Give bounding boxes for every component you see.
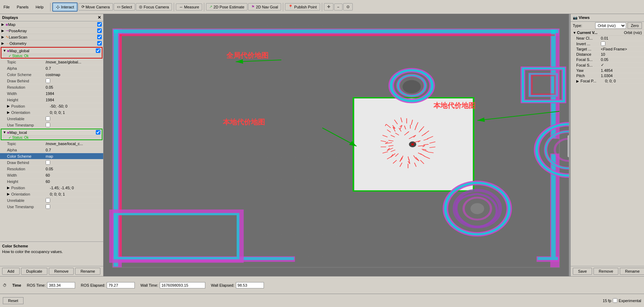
drawbehind-checkbox[interactable]: [46, 79, 50, 83]
view-prop-focal-s2[interactable]: Focal S... ✓: [571, 62, 644, 68]
select-button[interactable]: ▭ Select: [114, 3, 135, 11]
views-type-select[interactable]: Orbit (rviz): [595, 22, 626, 29]
prop-row-drawbehind-global[interactable]: Draw Behind: [0, 78, 103, 84]
map-checkbox[interactable]: [97, 22, 102, 27]
views-rename-button[interactable]: Rename: [620, 268, 644, 275]
ros-elapsed-input[interactable]: [107, 282, 135, 288]
view-prop-focal-p[interactable]: ▶ Focal P... 0; 0; 0: [571, 79, 644, 84]
odometry-expand-arrow[interactable]: ▶: [1, 41, 6, 45]
prop-row-unreliable-global[interactable]: Unreliable: [0, 116, 103, 122]
pose-estimate-button[interactable]: ↗ 2D Pose Estimate: [206, 3, 247, 11]
interact-button[interactable]: ⊹ Interact: [52, 2, 78, 12]
display-item-laserscan[interactable]: ▶ ∿ LaserScan: [0, 34, 103, 40]
invert-checkbox[interactable]: [601, 41, 605, 46]
display-item-odometry[interactable]: ▶ → Odometry: [0, 40, 103, 47]
display-item-posearray[interactable]: ▶ ⊸ PoseArray: [0, 28, 103, 34]
map-global-expand-arrow[interactable]: ▼: [3, 49, 7, 53]
drawbehind-local-checkbox[interactable]: [46, 160, 50, 165]
prop-row-unreliable-local[interactable]: Unreliable: [0, 197, 103, 204]
minus-button[interactable]: −: [334, 4, 343, 11]
usetimestamp-local-checkbox[interactable]: [46, 204, 50, 209]
posearray-expand-arrow[interactable]: ▶: [1, 29, 6, 33]
display-item-map-global[interactable]: ▼ ■ Map_global: [1, 48, 102, 54]
scene-svg: /* arrows drawn below */: [104, 14, 570, 276]
view-prop-invert[interactable]: Invert ...: [571, 41, 644, 47]
prop-value-position-local: -1.45; -1.45; 0: [50, 186, 102, 190]
unreliable-local-checkbox[interactable]: [46, 198, 50, 203]
publish-point-button[interactable]: 📍 Publish Point: [285, 3, 320, 11]
center-view[interactable]: /* arrows drawn below */: [104, 14, 570, 276]
view-prop-near-cl[interactable]: Near Cl... 0.01: [571, 36, 644, 41]
prop-row-usetimestamp-global[interactable]: Use Timestamp: [0, 122, 103, 128]
experimental-checkbox[interactable]: [613, 298, 617, 303]
menu-panels[interactable]: Panels: [15, 4, 31, 10]
usetimestamp-checkbox[interactable]: [46, 123, 50, 127]
prop-label-unreliable-local: Unreliable: [7, 198, 46, 203]
orientation-arrow[interactable]: ▶: [7, 110, 11, 114]
orientation-local-arrow[interactable]: ▶: [7, 192, 11, 196]
current-view-item[interactable]: ▼ Current V... Orbit (rviz): [571, 30, 644, 36]
prop-row-colorscheme-local[interactable]: Color Scheme map: [0, 153, 103, 159]
view-prop-yaw[interactable]: Yaw 1.4854: [571, 68, 644, 73]
prop-row-orientation-local[interactable]: ▶ Orientation 0; 0; 0; 1: [0, 191, 103, 197]
views-save-button[interactable]: Save: [573, 268, 592, 275]
focus-camera-button[interactable]: ◎ Focus Camera: [136, 3, 172, 11]
views-zero-button[interactable]: Zero: [628, 22, 642, 29]
duplicate-button[interactable]: Duplicate: [21, 268, 48, 275]
display-item-map-local[interactable]: ▼ ■ Map_local: [1, 129, 102, 136]
rename-button[interactable]: Rename: [75, 268, 100, 275]
reset-button[interactable]: Reset: [3, 297, 24, 304]
prop-row-position-local[interactable]: ▶ Position -1.45; -1.45; 0: [0, 185, 103, 191]
prop-row-topic-local[interactable]: Topic /move_base/local_c...: [0, 141, 103, 147]
wall-elapsed-input[interactable]: [236, 282, 264, 288]
crosshair-button[interactable]: ✛: [324, 3, 333, 11]
current-view-expand-arrow[interactable]: ▼: [573, 31, 577, 35]
focal-p-arrow[interactable]: ▶: [576, 79, 580, 83]
displays-close-button[interactable]: ✕: [98, 15, 101, 20]
prop-row-usetimestamp-local[interactable]: Use Timestamp: [0, 204, 103, 210]
prop-row-alpha-local[interactable]: Alpha 0.7: [0, 147, 103, 153]
views-remove-button[interactable]: Remove: [593, 268, 618, 275]
wall-time-input[interactable]: [160, 282, 205, 288]
laserscan-expand-arrow[interactable]: ▶: [1, 35, 6, 39]
prop-row-alpha-global[interactable]: Alpha 0.7: [0, 65, 103, 71]
menu-help[interactable]: Help: [33, 4, 46, 10]
prop-row-resolution-global[interactable]: Resolution 0.05: [0, 84, 103, 90]
display-item-map[interactable]: ▶ ■ Map: [0, 21, 103, 28]
nav-goal-button[interactable]: ⚑ 2D Nav Goal: [248, 3, 281, 11]
prop-value-topic: /move_base/global...: [46, 60, 102, 64]
unreliable-checkbox[interactable]: [46, 116, 50, 121]
move-camera-icon: ⟳: [81, 5, 85, 9]
view-prop-target[interactable]: Target ... <Fixed Frame>: [571, 47, 644, 52]
camera-button[interactable]: ⊙: [343, 3, 353, 11]
map-local-expand-arrow[interactable]: ▼: [3, 130, 7, 134]
position-arrow[interactable]: ▶: [7, 104, 11, 108]
prop-row-width-global[interactable]: Width 1984: [0, 90, 103, 97]
view-prop-distance[interactable]: Distance 10: [571, 52, 644, 57]
right-resize-handle[interactable]: [569, 14, 570, 276]
map-global-checkbox[interactable]: [96, 48, 100, 53]
prop-row-width-local[interactable]: Width 60: [0, 172, 103, 178]
prop-row-drawbehind-local[interactable]: Draw Behind: [0, 159, 103, 166]
remove-button[interactable]: Remove: [49, 268, 74, 275]
measure-button[interactable]: ↔ Measure: [176, 4, 202, 11]
add-button[interactable]: Add: [2, 268, 20, 275]
prop-row-height-local[interactable]: Height 60: [0, 178, 103, 185]
laserscan-checkbox[interactable]: [97, 35, 102, 39]
prop-row-position-global[interactable]: ▶ Position -50; -50; 0: [0, 103, 103, 109]
view-prop-focal-s1[interactable]: Focal S... 0.05: [571, 57, 644, 62]
map-local-checkbox[interactable]: [96, 130, 100, 135]
posearray-checkbox[interactable]: [97, 28, 102, 33]
move-camera-button[interactable]: ⟳ Move Camera: [78, 3, 113, 11]
menu-file[interactable]: File: [1, 4, 12, 10]
ros-time-input[interactable]: [47, 282, 75, 288]
map-expand-arrow[interactable]: ▶: [1, 22, 6, 26]
prop-row-orientation-global[interactable]: ▶ Orientation 0; 0; 0; 1: [0, 109, 103, 116]
prop-row-resolution-local[interactable]: Resolution 0.05: [0, 166, 103, 172]
prop-row-height-global[interactable]: Height 1984: [0, 97, 103, 103]
position-local-arrow[interactable]: ▶: [7, 186, 11, 190]
odometry-checkbox[interactable]: [97, 41, 102, 46]
view-prop-pitch[interactable]: Pitch 1.0304: [571, 73, 644, 79]
prop-row-topic-global[interactable]: Topic /move_base/global...: [0, 59, 103, 65]
prop-row-colorscheme-global[interactable]: Color Scheme costmap: [0, 71, 103, 78]
